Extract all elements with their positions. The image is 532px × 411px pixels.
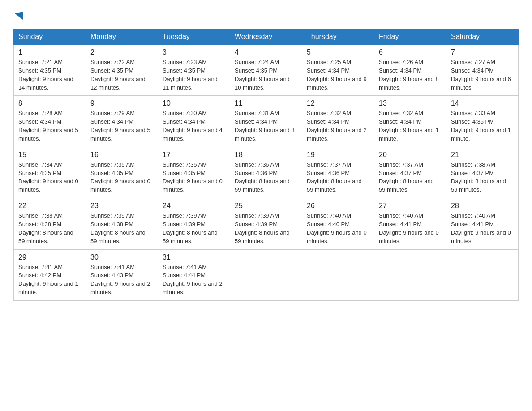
- day-number: 30: [90, 253, 153, 261]
- day-info: Sunrise: 7:37 AM Sunset: 4:37 PM Dayligh…: [379, 161, 442, 194]
- calendar-cell: 5 Sunrise: 7:25 AM Sunset: 4:34 PM Dayli…: [302, 45, 374, 96]
- day-number: 11: [235, 99, 297, 107]
- day-number: 10: [163, 99, 225, 107]
- day-number: 4: [235, 48, 297, 56]
- day-info: Sunrise: 7:36 AM Sunset: 4:36 PM Dayligh…: [235, 161, 297, 194]
- calendar-cell: 31 Sunrise: 7:41 AM Sunset: 4:44 PM Dayl…: [158, 249, 230, 300]
- day-info: Sunrise: 7:26 AM Sunset: 4:34 PM Dayligh…: [379, 58, 442, 92]
- day-info: Sunrise: 7:31 AM Sunset: 4:34 PM Dayligh…: [235, 109, 297, 143]
- calendar-cell: 9 Sunrise: 7:29 AM Sunset: 4:34 PM Dayli…: [86, 96, 158, 147]
- week-row-2: 8 Sunrise: 7:28 AM Sunset: 4:34 PM Dayli…: [14, 96, 519, 147]
- weekday-header-saturday: Saturday: [446, 29, 519, 45]
- calendar-cell: 24 Sunrise: 7:39 AM Sunset: 4:39 PM Dayl…: [158, 198, 230, 249]
- day-number: 20: [379, 151, 442, 159]
- day-info: Sunrise: 7:27 AM Sunset: 4:34 PM Dayligh…: [451, 58, 514, 92]
- day-number: 7: [451, 48, 514, 56]
- weekday-header-monday: Monday: [86, 29, 158, 45]
- calendar-cell: 3 Sunrise: 7:23 AM Sunset: 4:35 PM Dayli…: [158, 45, 230, 96]
- day-info: Sunrise: 7:34 AM Sunset: 4:35 PM Dayligh…: [18, 161, 81, 194]
- day-number: 12: [307, 99, 369, 107]
- calendar-cell: 8 Sunrise: 7:28 AM Sunset: 4:34 PM Dayli…: [14, 96, 86, 147]
- week-row-5: 29 Sunrise: 7:41 AM Sunset: 4:42 PM Dayl…: [14, 249, 519, 300]
- day-info: Sunrise: 7:35 AM Sunset: 4:35 PM Dayligh…: [163, 161, 225, 194]
- day-info: Sunrise: 7:41 AM Sunset: 4:43 PM Dayligh…: [90, 263, 153, 297]
- day-number: 8: [18, 99, 81, 107]
- day-number: 3: [163, 48, 225, 56]
- weekday-header-row: SundayMondayTuesdayWednesdayThursdayFrid…: [14, 29, 519, 45]
- day-number: 9: [90, 99, 153, 107]
- day-number: 6: [379, 48, 442, 56]
- calendar-cell: 13 Sunrise: 7:32 AM Sunset: 4:34 PM Dayl…: [374, 96, 446, 147]
- calendar-cell: 14 Sunrise: 7:33 AM Sunset: 4:35 PM Dayl…: [446, 96, 519, 147]
- calendar-cell: 20 Sunrise: 7:37 AM Sunset: 4:37 PM Dayl…: [374, 147, 446, 198]
- day-number: 15: [18, 151, 81, 159]
- calendar-cell: 17 Sunrise: 7:35 AM Sunset: 4:35 PM Dayl…: [158, 147, 230, 198]
- calendar-cell: 28 Sunrise: 7:40 AM Sunset: 4:41 PM Dayl…: [446, 198, 519, 249]
- day-number: 13: [379, 99, 442, 107]
- day-info: Sunrise: 7:35 AM Sunset: 4:35 PM Dayligh…: [90, 161, 153, 194]
- day-info: Sunrise: 7:29 AM Sunset: 4:34 PM Dayligh…: [90, 109, 153, 143]
- calendar-cell: [374, 249, 446, 300]
- logo-triangle-icon: [15, 12, 23, 21]
- day-info: Sunrise: 7:41 AM Sunset: 4:44 PM Dayligh…: [163, 263, 225, 297]
- day-number: 31: [163, 253, 225, 261]
- weekday-header-tuesday: Tuesday: [158, 29, 230, 45]
- page-header: [13, 11, 519, 21]
- day-info: Sunrise: 7:37 AM Sunset: 4:36 PM Dayligh…: [307, 161, 369, 194]
- calendar-cell: 29 Sunrise: 7:41 AM Sunset: 4:42 PM Dayl…: [14, 249, 86, 300]
- day-info: Sunrise: 7:25 AM Sunset: 4:34 PM Dayligh…: [307, 58, 369, 92]
- day-number: 5: [307, 48, 369, 56]
- day-info: Sunrise: 7:40 AM Sunset: 4:41 PM Dayligh…: [451, 212, 514, 245]
- day-number: 28: [451, 202, 514, 210]
- day-info: Sunrise: 7:32 AM Sunset: 4:34 PM Dayligh…: [307, 109, 369, 143]
- day-info: Sunrise: 7:30 AM Sunset: 4:34 PM Dayligh…: [163, 109, 225, 143]
- day-number: 23: [90, 202, 153, 210]
- calendar-cell: 16 Sunrise: 7:35 AM Sunset: 4:35 PM Dayl…: [86, 147, 158, 198]
- day-info: Sunrise: 7:39 AM Sunset: 4:38 PM Dayligh…: [90, 212, 153, 245]
- day-number: 29: [18, 253, 81, 261]
- day-number: 22: [18, 202, 81, 210]
- week-row-1: 1 Sunrise: 7:21 AM Sunset: 4:35 PM Dayli…: [14, 45, 519, 96]
- day-info: Sunrise: 7:38 AM Sunset: 4:37 PM Dayligh…: [451, 161, 514, 194]
- calendar-cell: 10 Sunrise: 7:30 AM Sunset: 4:34 PM Dayl…: [158, 96, 230, 147]
- day-number: 19: [307, 151, 369, 159]
- day-number: 24: [163, 202, 225, 210]
- day-number: 18: [235, 151, 297, 159]
- weekday-header-thursday: Thursday: [302, 29, 374, 45]
- calendar-cell: [446, 249, 519, 300]
- calendar-cell: 2 Sunrise: 7:22 AM Sunset: 4:35 PM Dayli…: [86, 45, 158, 96]
- weekday-header-wednesday: Wednesday: [230, 29, 302, 45]
- day-info: Sunrise: 7:21 AM Sunset: 4:35 PM Dayligh…: [18, 58, 81, 92]
- week-row-4: 22 Sunrise: 7:38 AM Sunset: 4:38 PM Dayl…: [14, 198, 519, 249]
- day-number: 1: [18, 48, 81, 56]
- day-info: Sunrise: 7:38 AM Sunset: 4:38 PM Dayligh…: [18, 212, 81, 245]
- week-row-3: 15 Sunrise: 7:34 AM Sunset: 4:35 PM Dayl…: [14, 147, 519, 198]
- calendar-cell: 26 Sunrise: 7:40 AM Sunset: 4:40 PM Dayl…: [302, 198, 374, 249]
- day-number: 2: [90, 48, 153, 56]
- day-number: 21: [451, 151, 514, 159]
- day-info: Sunrise: 7:33 AM Sunset: 4:35 PM Dayligh…: [451, 109, 514, 143]
- day-number: 16: [90, 151, 153, 159]
- calendar-table: SundayMondayTuesdayWednesdayThursdayFrid…: [13, 29, 519, 301]
- day-info: Sunrise: 7:40 AM Sunset: 4:40 PM Dayligh…: [307, 212, 369, 245]
- calendar-cell: 19 Sunrise: 7:37 AM Sunset: 4:36 PM Dayl…: [302, 147, 374, 198]
- calendar-cell: 4 Sunrise: 7:24 AM Sunset: 4:35 PM Dayli…: [230, 45, 302, 96]
- calendar-cell: 30 Sunrise: 7:41 AM Sunset: 4:43 PM Dayl…: [86, 249, 158, 300]
- calendar-cell: 15 Sunrise: 7:34 AM Sunset: 4:35 PM Dayl…: [14, 147, 86, 198]
- day-info: Sunrise: 7:24 AM Sunset: 4:35 PM Dayligh…: [235, 58, 297, 92]
- weekday-header-sunday: Sunday: [14, 29, 86, 45]
- day-number: 17: [163, 151, 225, 159]
- day-info: Sunrise: 7:23 AM Sunset: 4:35 PM Dayligh…: [163, 58, 225, 92]
- calendar-cell: [302, 249, 374, 300]
- calendar-cell: 22 Sunrise: 7:38 AM Sunset: 4:38 PM Dayl…: [14, 198, 86, 249]
- calendar-cell: 23 Sunrise: 7:39 AM Sunset: 4:38 PM Dayl…: [86, 198, 158, 249]
- svg-marker-0: [15, 12, 23, 20]
- calendar-cell: [230, 249, 302, 300]
- calendar-cell: 7 Sunrise: 7:27 AM Sunset: 4:34 PM Dayli…: [446, 45, 519, 96]
- calendar-cell: 6 Sunrise: 7:26 AM Sunset: 4:34 PM Dayli…: [374, 45, 446, 96]
- weekday-header-friday: Friday: [374, 29, 446, 45]
- logo: [13, 11, 23, 21]
- calendar-cell: 25 Sunrise: 7:39 AM Sunset: 4:39 PM Dayl…: [230, 198, 302, 249]
- calendar-cell: 12 Sunrise: 7:32 AM Sunset: 4:34 PM Dayl…: [302, 96, 374, 147]
- day-info: Sunrise: 7:28 AM Sunset: 4:34 PM Dayligh…: [18, 109, 81, 143]
